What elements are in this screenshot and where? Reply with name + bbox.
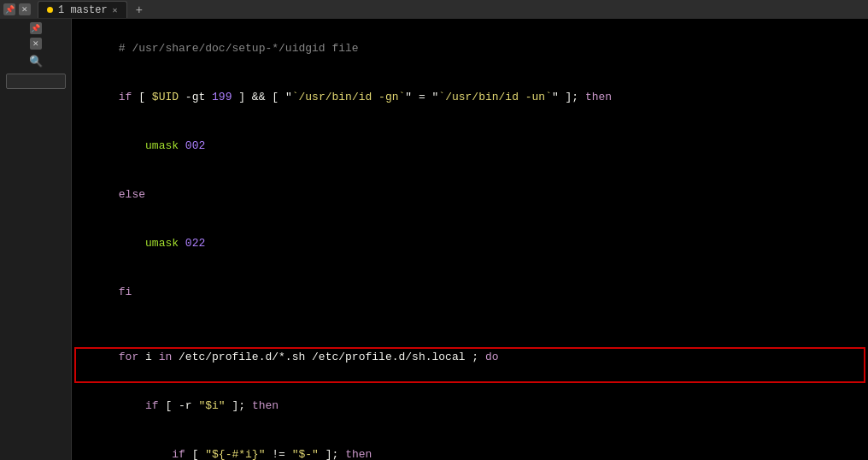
code-line-5: umask 022 (79, 219, 861, 268)
main-area: 📌 ✕ 🔍 # /usr/share/doc/setup-*/uidgid fi… (0, 19, 868, 460)
new-tab-button[interactable]: + (131, 3, 148, 16)
code-line-6: fi (79, 268, 861, 316)
code-line-8: for i in /etc/profile.d/*.sh /etc/profil… (79, 333, 861, 381)
code-line-10: if [ "${-#*i}" != "$-" ]; then (79, 430, 861, 460)
code-line-4: else (79, 170, 861, 219)
tab-master[interactable]: 1 master ✕ (38, 1, 127, 18)
pin-button[interactable]: 📌 (3, 3, 15, 15)
tab-close-icon[interactable]: ✕ (113, 5, 118, 15)
sidebar-close-button[interactable]: ✕ (30, 38, 42, 50)
window-controls[interactable]: 📌 ✕ (3, 3, 31, 15)
title-bar: 📌 ✕ 1 master ✕ + (0, 0, 868, 19)
code-line-9: if [ -r "$i" ]; then (79, 381, 861, 430)
code-line-3: umask 002 (79, 121, 861, 170)
code-line-2: if [ $UID -gt 199 ] && [ "`/usr/bin/id -… (79, 73, 861, 121)
code-line-1: # /usr/share/doc/setup-*/uidgid file (79, 24, 861, 73)
sidebar-pin-button[interactable]: 📌 (30, 22, 42, 34)
code-editor[interactable]: # /usr/share/doc/setup-*/uidgid file if … (72, 19, 868, 460)
tab-label: 1 master (58, 4, 108, 16)
close-button[interactable]: ✕ (19, 3, 31, 15)
code-line-7 (79, 316, 861, 333)
sidebar: 📌 ✕ 🔍 (0, 19, 72, 460)
search-icon[interactable]: 🔍 (27, 53, 44, 70)
search-input[interactable] (6, 74, 66, 89)
tab-dot (47, 7, 53, 13)
